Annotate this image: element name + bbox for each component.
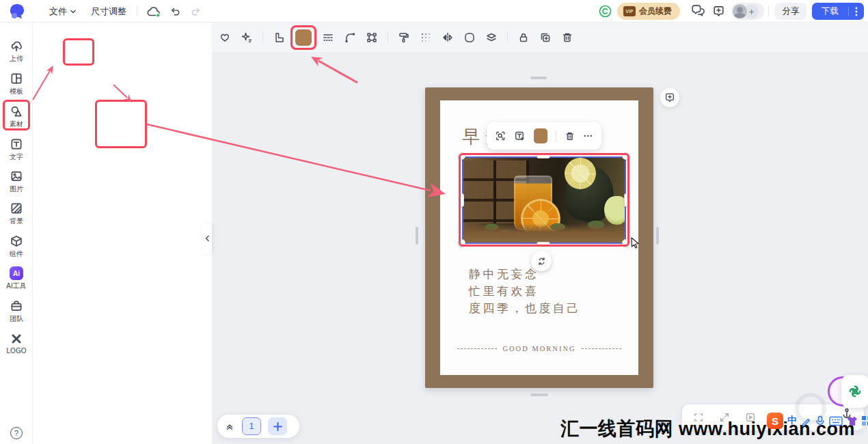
sidebar-item-label: LOGO <box>0 347 33 355</box>
fill-color-swatch <box>295 29 312 46</box>
share-button[interactable]: 分享 <box>775 3 806 20</box>
sidebar-item-templates[interactable]: 模板 <box>0 72 33 96</box>
layers-icon[interactable] <box>485 31 498 44</box>
stroke-style-icon[interactable] <box>322 31 334 44</box>
app-logo-icon[interactable] <box>8 3 26 20</box>
undo-icon[interactable] <box>169 5 181 17</box>
mask-icon[interactable] <box>463 31 476 44</box>
sidebar-item-label: 背景 <box>0 217 33 226</box>
ime-keyboard-icon[interactable] <box>829 416 843 426</box>
poster-footer[interactable]: GOOD MORNING <box>454 345 625 352</box>
flip-icon[interactable] <box>442 31 454 44</box>
selection-handle-left[interactable] <box>460 193 464 207</box>
search-image-icon[interactable] <box>495 130 506 142</box>
copyright-icon[interactable] <box>599 5 612 18</box>
background-icon <box>10 202 23 215</box>
sidebar-item-materials[interactable]: 素材 <box>0 105 33 129</box>
templates-icon <box>10 72 23 85</box>
sidebar-item-label: 上传 <box>0 54 33 64</box>
poster-poem[interactable]: 静中无妄念 忙里有欢喜 度四季，也度自己 <box>469 266 581 317</box>
sidebar-item-logo[interactable]: LOGO <box>0 332 33 355</box>
upload-cloud-icon <box>10 39 23 53</box>
position-icon[interactable] <box>273 31 285 44</box>
page-resize-handle-bottom[interactable] <box>530 393 548 396</box>
divider <box>768 5 769 16</box>
help-button[interactable]: ? <box>10 427 23 439</box>
sidebar-item-background[interactable]: 背景 <box>0 202 33 226</box>
collapse-pages-icon[interactable] <box>224 421 235 432</box>
text-extract-icon[interactable] <box>514 130 525 142</box>
sidebar-rail: 上传 模板 素材 文字 图片 背景 组件 Ai AI工具 <box>0 23 33 444</box>
tea-photo[interactable] <box>463 158 625 242</box>
selection-handle-right[interactable] <box>624 193 628 207</box>
sidebar-item-components[interactable]: 组件 <box>0 234 33 259</box>
ai-tools-icon: Ai <box>10 266 23 280</box>
member-renew-button[interactable]: VIP 会员续费 <box>617 3 680 20</box>
cloud-sync-icon[interactable] <box>146 5 161 18</box>
ime-pen-icon[interactable] <box>801 416 811 426</box>
lock-icon[interactable] <box>517 31 530 44</box>
page-resize-handle-left[interactable] <box>416 227 418 245</box>
ime-lang-toggle[interactable]: 中 <box>787 415 797 427</box>
delete-icon[interactable] <box>561 31 573 44</box>
selection-handle-tl[interactable] <box>458 152 465 160</box>
sidebar-item-label: 素材 <box>0 120 33 129</box>
sogou-icon[interactable]: S <box>767 413 783 429</box>
sidebar-item-label: 团队 <box>0 314 33 324</box>
transform-icon[interactable] <box>366 31 378 44</box>
add-page-button[interactable] <box>268 417 287 435</box>
sidebar-item-ai-tools[interactable]: Ai AI工具 <box>0 266 33 291</box>
rotate-handle[interactable] <box>531 251 552 271</box>
ime-toolbox-icon[interactable] <box>862 416 868 426</box>
opacity-icon[interactable] <box>420 31 432 44</box>
divider <box>388 32 388 43</box>
duplicate-icon[interactable] <box>539 31 552 44</box>
menu-resize-label: 尺寸调整 <box>91 5 126 18</box>
selection-handle-bl[interactable] <box>458 239 465 247</box>
magic-adjust-icon[interactable] <box>241 31 253 44</box>
chat-icon[interactable] <box>690 4 706 18</box>
comment-plus-icon <box>664 92 675 103</box>
favorite-icon[interactable] <box>219 31 231 44</box>
more-icon[interactable] <box>583 130 593 141</box>
menu-file[interactable]: 文件 <box>49 0 77 23</box>
panel-collapse-button[interactable] <box>202 223 212 254</box>
sidebar-item-upload[interactable]: 上传 <box>0 39 33 64</box>
download-button[interactable]: 下载 <box>812 3 864 20</box>
fill-color-button[interactable] <box>295 29 312 46</box>
ime-skin-icon[interactable] <box>847 416 858 426</box>
photo-lemon-slice <box>565 158 596 189</box>
page-resize-handle-right[interactable] <box>656 227 659 245</box>
dash-line <box>582 348 621 349</box>
selection-handle-top[interactable] <box>537 154 550 158</box>
selection-handle-tr[interactable] <box>622 152 629 160</box>
delete-icon[interactable] <box>565 130 575 142</box>
menu-resize[interactable]: 尺寸调整 <box>91 0 126 23</box>
ime-mic-icon[interactable] <box>815 415 825 426</box>
collaborators[interactable]: + <box>731 3 764 20</box>
design-editor-app: 文件 尺寸调整 VIP 会员续费 <box>0 0 868 444</box>
poem-line: 忙里有欢喜 <box>469 283 581 300</box>
sidebar-item-team[interactable]: 团队 <box>0 299 33 324</box>
vip-badge-icon: VIP <box>623 6 636 16</box>
shapes-icon <box>10 105 23 118</box>
redo-icon[interactable] <box>190 5 202 17</box>
plus-icon <box>273 422 282 431</box>
sidebar-item-label: 模板 <box>0 87 33 96</box>
sidebar-item-images[interactable]: 图片 <box>0 169 33 194</box>
chevron-down-icon <box>70 8 77 15</box>
fill-color-swatch[interactable] <box>534 128 547 143</box>
sidebar-item-text[interactable]: 文字 <box>0 137 33 162</box>
corner-radius-icon[interactable] <box>344 31 356 44</box>
feedback-plus-icon[interactable] <box>712 5 725 18</box>
page-controls: 1 <box>217 415 299 438</box>
page-1-button[interactable]: 1 <box>242 417 261 435</box>
add-comment-button[interactable] <box>660 88 679 107</box>
selection-handle-bottom[interactable] <box>537 242 550 246</box>
page-resize-handle-top[interactable] <box>530 77 547 79</box>
sidebar-item-label: AI工具 <box>0 281 33 291</box>
sidebar-item-label: 图片 <box>0 184 33 194</box>
plugin-widget[interactable] <box>841 375 868 408</box>
format-paint-icon[interactable] <box>398 31 410 44</box>
download-more-icon[interactable] <box>849 7 864 16</box>
